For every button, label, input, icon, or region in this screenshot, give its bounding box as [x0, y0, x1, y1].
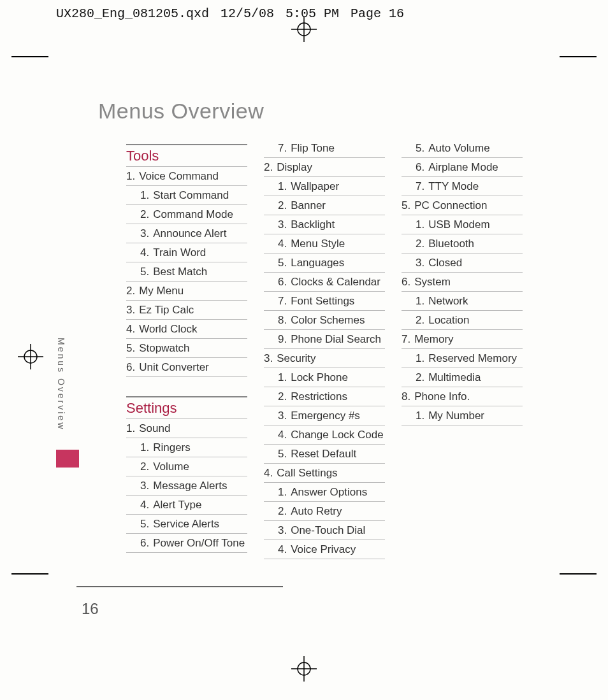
submenu-item: 2.Location: [402, 311, 523, 330]
submenu-item: 4.Train Word: [126, 243, 247, 262]
menu-item: 1.Voice Command: [126, 167, 247, 186]
menu-item: 4.Call Settings: [264, 464, 385, 483]
item-label: Power On/Off Tone: [153, 537, 245, 550]
item-number: 4.: [264, 467, 273, 480]
submenu-item: 5.Service Alerts: [126, 515, 247, 534]
submenu-item: 1.USB Modem: [402, 215, 523, 234]
submenu-item: 2.Multimedia: [402, 368, 523, 387]
crop-mark: [560, 573, 597, 575]
item-number: 3.: [278, 218, 287, 231]
item-label: Color Schemes: [291, 314, 365, 327]
submenu-item: 4.Change Lock Code: [264, 425, 385, 445]
submenu-item: 4.Alert Type: [126, 496, 247, 515]
item-label: TTY Mode: [428, 180, 479, 193]
submenu-item: 1.Reserved Memory: [402, 349, 523, 368]
submenu-item: 1.Network: [402, 292, 523, 311]
item-number: 2.: [416, 371, 424, 384]
item-number: 1.: [278, 486, 287, 499]
item-number: 4.: [140, 246, 149, 259]
footer-rule: [76, 586, 283, 587]
registration-mark-icon: [18, 344, 43, 369]
item-label: Answer Options: [291, 486, 367, 499]
item-number: 6.: [278, 276, 287, 289]
print-header: UX280_Eng_081205.qxd 12/5/08 5:05 PM Pag…: [56, 6, 404, 21]
item-number: 2.: [416, 314, 424, 327]
item-number: 7.: [402, 333, 410, 346]
menu-item: 3.Ez Tip Calc: [126, 301, 247, 320]
item-number: 6.: [416, 161, 424, 174]
item-label: Display: [277, 161, 312, 174]
item-number: 3.: [126, 304, 135, 317]
print-file: UX280_Eng_081205.qxd: [56, 6, 209, 21]
submenu-item: 7.Font Settings: [264, 292, 385, 311]
submenu-item: 6.Airplane Mode: [402, 158, 523, 177]
menu-item: 2.Display: [264, 158, 385, 177]
item-number: 5.: [402, 199, 410, 212]
item-label: Languages: [291, 257, 344, 269]
submenu-item: 1.Ringers: [126, 438, 247, 457]
print-page: Page 16: [351, 6, 404, 21]
registration-mark-icon: [291, 656, 317, 682]
item-label: System: [414, 276, 451, 289]
item-label: Reset Default: [291, 448, 356, 461]
submenu-item: 6.Clocks & Calendar: [264, 273, 385, 292]
item-number: 3.: [416, 257, 424, 269]
item-label: Multimedia: [428, 371, 481, 384]
submenu-item: 2.Restrictions: [264, 387, 385, 406]
item-label: Font Settings: [291, 295, 354, 308]
item-label: PC Connection: [414, 199, 487, 212]
item-number: 1.: [126, 422, 135, 435]
item-label: Auto Retry: [291, 505, 342, 518]
side-tab-label: Menus Overview: [56, 338, 66, 431]
item-label: Clocks & Calendar: [291, 276, 380, 289]
item-label: Restrictions: [291, 390, 347, 403]
submenu-item: 5.Languages: [264, 254, 385, 273]
item-number: 7.: [416, 180, 424, 193]
item-label: Volume: [153, 461, 189, 473]
item-number: 4.: [278, 238, 287, 250]
item-label: Ez Tip Calc: [139, 304, 194, 317]
item-number: 1.: [416, 295, 424, 308]
submenu-item: 3.One-Touch Dial: [264, 521, 385, 540]
submenu-item: 6.Power On/Off Tone: [126, 534, 247, 553]
submenu-item: 1.Start Command: [126, 186, 247, 205]
submenu-item: 5.Best Match: [126, 262, 247, 282]
item-number: 2.: [264, 161, 273, 174]
item-number: 2.: [278, 390, 287, 403]
submenu-item: 2.Banner: [264, 196, 385, 215]
item-label: Command Mode: [153, 208, 233, 221]
item-number: 5.: [126, 342, 135, 355]
submenu-item: 3.Emergency #s: [264, 406, 385, 425]
item-number: 4.: [126, 323, 135, 336]
item-number: 3.: [264, 352, 273, 365]
menu-item: 8.Phone Info.: [402, 387, 523, 406]
crop-mark: [560, 56, 597, 57]
item-label: Reserved Memory: [428, 352, 517, 365]
submenu-item: 5.Reset Default: [264, 445, 385, 464]
item-number: 2.: [416, 238, 424, 250]
item-number: 1.: [140, 441, 149, 454]
menu-item: 5.Stopwatch: [126, 339, 247, 358]
item-number: 5.: [278, 257, 287, 269]
item-label: Banner: [291, 199, 326, 212]
item-label: Security: [277, 352, 315, 365]
menu-item: 7.Memory: [402, 330, 523, 349]
item-label: My Menu: [139, 285, 184, 297]
submenu-item: 2.Volume: [126, 457, 247, 476]
item-number: 1.: [140, 189, 149, 202]
item-label: Menu Style: [291, 238, 345, 250]
item-number: 3.: [140, 480, 149, 492]
item-label: Ringers: [153, 441, 191, 454]
item-number: 5.: [416, 142, 424, 155]
item-number: 1.: [278, 180, 287, 193]
submenu-item: 7.TTY Mode: [402, 177, 523, 196]
menu-column: Tools1.Voice Command1.Start Command2.Com…: [126, 139, 247, 559]
section-heading: Tools: [126, 144, 247, 167]
item-number: 3.: [140, 227, 149, 240]
item-label: Bluetooth: [428, 238, 474, 250]
submenu-item: 2.Bluetooth: [402, 234, 523, 254]
menu-item: 6.System: [402, 273, 523, 292]
submenu-item: 1.My Number: [402, 406, 523, 425]
item-label: Phone Dial Search: [291, 333, 381, 346]
menu-item: 6.Unit Converter: [126, 358, 247, 377]
